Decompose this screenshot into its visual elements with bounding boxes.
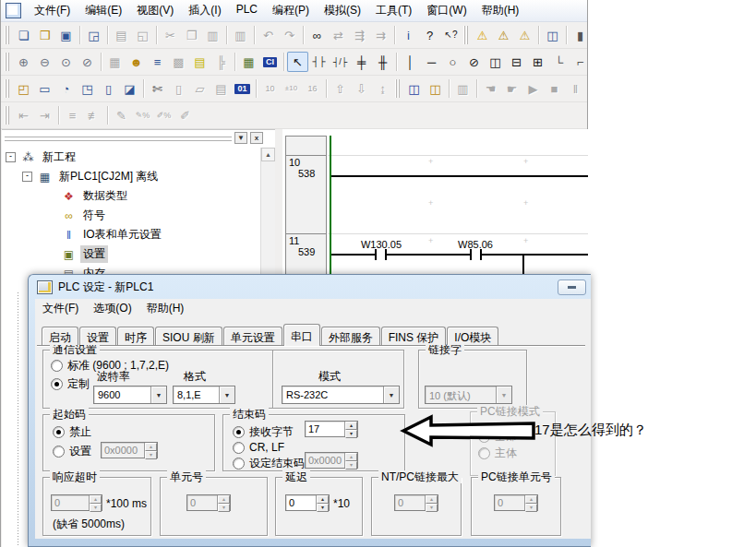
baud-rate-combo[interactable]: 9600 ▼ [93,386,167,404]
help-icon[interactable]: ? [419,25,440,45]
start-code-set-radio[interactable]: 设置 [53,444,91,459]
sma-library-icon[interactable]: ▦ [238,52,259,72]
toolbar-handle[interactable] [5,53,9,71]
menu-plc[interactable]: PLC [229,0,265,21]
tab-timings[interactable]: 时序 [117,327,154,345]
workspace-panel-header[interactable]: ▼ x [5,132,263,144]
indent-right-icon[interactable]: ⇥ [34,105,55,125]
new-coil-icon[interactable]: ○ [442,52,463,72]
toolbar-handle[interactable] [5,26,9,44]
memory-view-icon[interactable]: 01 [232,78,253,99]
tree-item-io-table[interactable]: ‖IO表和单元设置 [2,225,259,244]
watch-window-icon[interactable]: ◔ [55,78,77,99]
menu-edit[interactable]: 编辑(E) [78,0,129,21]
redo-icon[interactable]: ↷ [279,25,300,45]
connect-line-icon[interactable]: └ [548,52,570,72]
new-closed-contact-icon[interactable]: ┤/├ [330,52,351,72]
tab-fins-protection[interactable]: FINS 保护 [381,327,447,345]
hex-icon[interactable]: 16 [302,78,323,99]
expander-icon[interactable]: - [6,152,16,162]
monitor-pen-1-icon[interactable]: ✎ [111,105,132,125]
new-or-closed-contact-icon[interactable]: ╫ [372,52,393,72]
menu-file[interactable]: 文件(F) [27,0,78,21]
zoom-in-icon[interactable]: ⊕ [13,52,34,72]
upload-from-plc-icon[interactable]: ◫ [425,78,446,99]
format-combo[interactable]: 8,1,E ▼ [173,386,235,404]
context-help-icon[interactable]: ↖? [440,25,462,45]
save-icon[interactable]: ▣ [55,25,77,45]
new-set-icon[interactable]: ◫ [485,52,506,72]
ci-view-icon[interactable]: CI [259,52,281,72]
compile-tools-icon[interactable]: ✄ [147,78,168,99]
find-address-icon[interactable]: ⇉ [370,25,391,45]
print-icon[interactable]: ▤ [111,25,132,45]
combo-arrow-icon[interactable]: ▼ [219,386,234,403]
search-warning-icon[interactable]: ⚠ [514,25,535,45]
panel-dropdown-button[interactable]: ▼ [234,132,247,144]
tree-item-plc-node[interactable]: -▦新PLC1[CJ2M] 离线 [2,167,259,186]
toolbar-handle[interactable] [463,26,468,44]
crlf-radio[interactable]: CR, LF [233,441,284,454]
start-code-disable-radio[interactable]: 禁止 [53,424,91,440]
replace-icon[interactable]: ⇄ [328,25,349,45]
menu-help[interactable]: 帮助(H) [474,0,527,21]
dialog-menu-help[interactable]: 帮助(H) [139,298,192,319]
cross-reference-icon[interactable]: ◳ [77,78,98,99]
print-preview-icon[interactable]: ◱ [132,25,153,45]
rung-margin-cell[interactable] [285,136,327,156]
tree-item-data-types[interactable]: ❖数据类型 [2,186,259,206]
program-check-icon[interactable]: ▯ [168,78,189,99]
list-view-icon[interactable]: ▤ [210,78,232,99]
rung-comment-icon[interactable]: ≡ [62,105,83,125]
compile-all-programs-icon[interactable]: ⚠ [493,25,514,45]
monitor-updown-icon[interactable]: ↨ [372,78,393,99]
received-bytes-spinner[interactable]: 17 ▴▾ [305,421,358,437]
task-icon[interactable]: ▱ [189,78,210,99]
combo-arrow-icon[interactable]: ▼ [150,386,166,403]
signed-decimal-icon[interactable]: ±10 [281,78,302,99]
compile-plc-icon[interactable]: ⚠ [472,25,493,45]
monitor-grid-icon[interactable]: ▩ [168,52,189,72]
new-instruction-icon[interactable]: ⊞ [527,52,548,72]
zoom-out-icon[interactable]: ⊖ [34,52,55,72]
run-mode-icon[interactable]: ▶ [522,78,544,99]
decimal-icon[interactable]: 10 [259,78,281,99]
tree-item-symbols[interactable]: ∞符号 [2,206,259,225]
combo-arrow-icon[interactable]: ▼ [383,386,399,403]
scroll-up-icon[interactable]: ▲ [261,148,275,161]
tab-serial-port[interactable]: 串口 [283,324,320,346]
set-end-code-radio[interactable]: 设定结束码 [233,456,305,471]
indent-left-icon[interactable]: ⇤ [13,105,34,125]
tab-siou-refresh[interactable]: SIOU 刷新 [155,327,222,345]
new-icon[interactable]: ❏ [13,25,34,45]
monitor-pen-2-icon[interactable]: ✎% [132,105,153,125]
rung-margin-cell[interactable]: 10 538 [285,155,327,234]
ladder-view-icon[interactable]: ◰ [13,78,34,99]
tab-io-module[interactable]: I/O模块 [447,327,498,345]
properties-icon[interactable]: ◪ [119,78,140,99]
menu-view[interactable]: 视图(V) [129,0,181,21]
menu-tools[interactable]: 工具(T) [368,0,419,21]
new-keep-icon[interactable]: ⊟ [506,52,527,72]
work-online-icon[interactable]: ☚ [480,78,501,99]
menu-simulation[interactable]: 模拟(S) [317,0,368,21]
paste-icon[interactable]: ▥ [202,25,223,45]
menu-window[interactable]: 窗口(W) [419,0,474,21]
clipped-toolbar-icon[interactable]: ▮ [570,25,587,45]
horizontal-line-icon[interactable]: ─ [421,52,442,72]
annotation-list-icon[interactable]: ≢ [83,105,104,125]
new-closed-coil-icon[interactable]: ⊘ [463,52,485,72]
zoom-fit-icon[interactable]: ⊘ [77,52,98,72]
monitor-pen-3-icon[interactable]: ✐% [153,105,174,125]
symbol-editor-icon[interactable]: ☻ [126,52,147,72]
tab-startup[interactable]: 启动 [42,327,78,345]
panel-close-button[interactable]: x [250,132,263,144]
auto-online-icon[interactable]: ☛ [501,78,522,99]
cut-icon[interactable]: ✂ [160,25,181,45]
monitor-pen-4-icon[interactable]: ✐ [174,105,196,125]
panel-grab-handle[interactable] [5,136,232,141]
select-mode-icon[interactable]: ↖ [287,52,308,72]
delay-spinner[interactable]: 0 ▴▾ [285,494,330,511]
pause-mode-icon[interactable]: ‖ [565,78,586,99]
find-icon[interactable]: ∞ [306,25,328,45]
